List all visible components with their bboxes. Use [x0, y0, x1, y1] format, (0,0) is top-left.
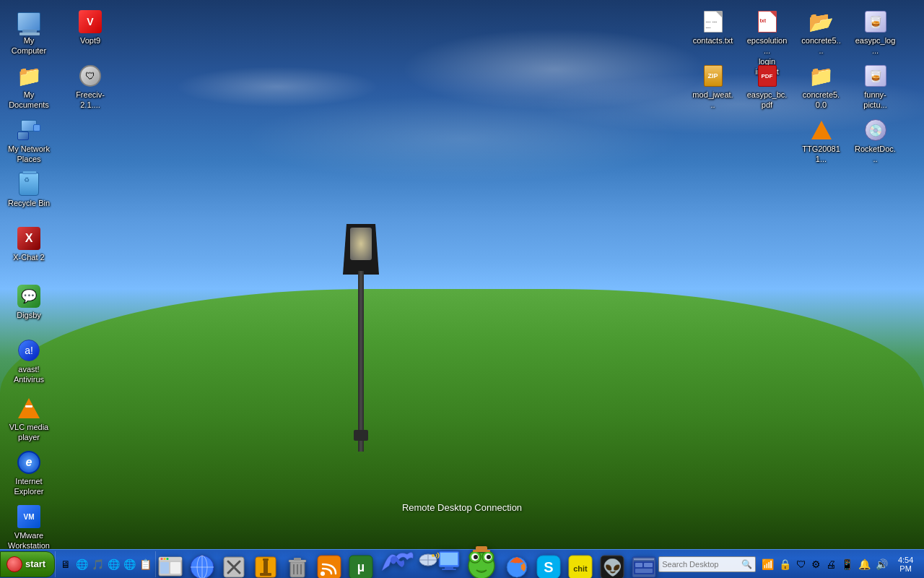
- avast-icon: a!: [17, 339, 40, 362]
- freeciv-label: Freeciv-2.1....: [68, 90, 113, 111]
- desktop-icon-mod-jweat[interactable]: ZIP mod_jweat...: [689, 61, 736, 113]
- desktop-icon-freeciv[interactable]: 🛡 Freeciv-2.1....: [65, 61, 116, 113]
- tray-lock-icon[interactable]: 🔒: [777, 557, 793, 571]
- search-bar[interactable]: 🔍: [658, 556, 756, 572]
- svg-rect-17: [260, 573, 271, 576]
- desktop-icon-xchat[interactable]: X X-Chat 2: [4, 224, 54, 265]
- desktop-icon-my-documents[interactable]: 📁 My Documents: [4, 61, 54, 113]
- my-documents-label: My Documents: [6, 90, 51, 111]
- dock-icon-torrent[interactable]: µ µTorrent: [346, 553, 375, 579]
- freeciv-icon: 🛡: [79, 64, 102, 87]
- vopt9-label: Vopt9: [80, 35, 100, 46]
- search-icon[interactable]: 🔍: [741, 559, 752, 569]
- ql-extra[interactable]: 📋: [138, 557, 152, 571]
- desktop-icon-concrete5-0[interactable]: 📁 concrete5.0.0: [798, 61, 845, 113]
- vlc-label: VLC media player: [6, 422, 51, 443]
- my-computer-label: My Computer: [6, 35, 51, 56]
- contacts-label: contacts.txt: [693, 35, 733, 46]
- digsby-icon: 💬: [17, 285, 40, 308]
- desktop-icon-my-computer[interactable]: My Computer: [4, 7, 54, 59]
- desktop-icon-vlc[interactable]: VLC media player: [4, 394, 54, 446]
- dock-icon-build[interactable]: Build: [251, 553, 280, 579]
- desktop-icon-ie[interactable]: e Internet Explorer: [4, 448, 54, 500]
- clock-time: 4:54 PM: [897, 556, 914, 573]
- dock-icon-skype[interactable]: S Skype: [534, 553, 563, 579]
- firefox-icon: [502, 553, 531, 579]
- ttg-icon: [810, 118, 833, 142]
- remote2-icon: [417, 545, 461, 579]
- svg-point-46: [513, 563, 521, 571]
- ql-ie2[interactable]: 🌐: [106, 557, 121, 571]
- xchat-label: X-Chat 2: [13, 252, 44, 262]
- quick-launch-bar: 🖥 🌐 🎵 🌐 🌐 📋: [55, 551, 156, 577]
- funny-pict-icon: 🥃: [864, 64, 887, 87]
- dock-icon-tools[interactable]: Tools: [219, 553, 248, 579]
- clock[interactable]: 4:54 PM: [892, 556, 920, 573]
- dock-icon-remote1[interactable]: Remote Desktop: [378, 545, 414, 579]
- dock-icon-finder[interactable]: Finder: [156, 553, 185, 579]
- svg-point-3: [164, 558, 166, 560]
- tray-gear-icon[interactable]: ⚙: [810, 557, 822, 571]
- ql-ie[interactable]: 🌐: [74, 557, 89, 571]
- search-input[interactable]: [662, 560, 741, 569]
- easypc-log-icon: 🥃: [864, 10, 887, 33]
- ql-media[interactable]: 🎵: [90, 557, 105, 571]
- dock-icon-rss[interactable]: RSS Reader: [315, 553, 344, 579]
- desktop-icon-my-network[interactable]: My Network Places: [4, 116, 54, 168]
- avast-label: avast! Antivirus: [6, 364, 51, 385]
- desktop-icon-rocketdoc[interactable]: 💿 RocketDoc...: [852, 116, 899, 168]
- svg-text:👽: 👽: [603, 558, 623, 577]
- dock-icon-chit[interactable]: chit Chit: [566, 553, 595, 579]
- desktop-icon-digsby[interactable]: 💬 Digsby: [4, 282, 54, 323]
- easypc-bc-label: easypc_bc.pdf: [746, 90, 788, 111]
- dock-icon-remote2[interactable]: Remote Desktop Connection: [417, 545, 461, 579]
- remote1-icon: [378, 545, 414, 579]
- mod-jweat-label: mod_jweat...: [692, 90, 733, 111]
- desktop-icon-funny-pict[interactable]: 🥃 funny-pictu...: [852, 61, 899, 113]
- dock-icon-alienware[interactable]: 👽 Alienware: [598, 553, 627, 579]
- desktop-icon-ttg[interactable]: TTG200811...: [798, 116, 845, 168]
- desktop-icon-contacts[interactable]: --- --- --- contacts.txt: [689, 7, 736, 48]
- ttg-label: TTG200811...: [801, 144, 842, 165]
- vmware-label: VMware Workstation: [6, 530, 51, 551]
- ql-show-desktop[interactable]: 🖥: [58, 557, 73, 571]
- desktop-icon-vmware[interactable]: VM VMware Workstation: [4, 502, 54, 554]
- tray-print-icon[interactable]: 🖨: [824, 557, 837, 571]
- svg-rect-44: [476, 546, 487, 551]
- desktop-icon-recycle-bin[interactable]: ♻ Recycle Bin: [4, 170, 54, 211]
- rss-icon: [315, 553, 344, 579]
- svg-point-4: [167, 558, 169, 560]
- rocketdoc-icon: 💿: [864, 118, 887, 142]
- desktop-icon-concrete5[interactable]: 📂 concrete5....: [798, 7, 845, 59]
- dock-icon-frogger[interactable]: Frogger: [463, 545, 500, 579]
- trash-icon: [283, 553, 312, 579]
- svg-text:chit: chit: [573, 564, 588, 573]
- concrete5-0-label: concrete5.0.0: [801, 90, 842, 111]
- svg-point-41: [474, 555, 478, 559]
- tray-network-icon[interactable]: 📶: [760, 557, 775, 571]
- tray-notify-icon[interactable]: 🔔: [857, 557, 872, 571]
- easypc-log-label: easypc_log...: [855, 35, 896, 56]
- svg-point-31: [432, 554, 435, 557]
- easypc-bc-icon: PDF: [756, 64, 779, 87]
- lamp-post: [354, 224, 368, 441]
- desktop-icon-vopt9[interactable]: V Vopt9: [65, 7, 116, 48]
- svg-rect-54: [634, 558, 654, 560]
- tray-phone-icon[interactable]: 📱: [840, 557, 855, 571]
- dock-icon-trash[interactable]: Recycle: [283, 553, 312, 579]
- desktop-icon-avast[interactable]: a! avast! Antivirus: [4, 336, 54, 388]
- desktop-icon-easypc-bc[interactable]: PDF easypc_bc.pdf: [744, 61, 790, 113]
- dock-icon-windows[interactable]: Windows Manager: [629, 553, 658, 579]
- mod-jweat-icon: ZIP: [702, 64, 725, 87]
- contacts-icon: --- --- ---: [702, 10, 725, 33]
- dock-icon-firefox[interactable]: Firefox: [502, 553, 531, 579]
- vmware-icon: VM: [17, 505, 40, 528]
- start-button[interactable]: start: [0, 551, 55, 577]
- lamp-head: [343, 224, 379, 275]
- xchat-icon: X: [17, 227, 40, 250]
- tray-speaker-icon[interactable]: 🔊: [874, 557, 889, 571]
- tray-shield-icon[interactable]: 🛡: [795, 557, 808, 571]
- dock-icon-internet[interactable]: Internet: [188, 553, 217, 579]
- desktop-icon-easypc-log[interactable]: 🥃 easypc_log...: [852, 7, 899, 59]
- ql-ie3[interactable]: 🌐: [122, 557, 136, 571]
